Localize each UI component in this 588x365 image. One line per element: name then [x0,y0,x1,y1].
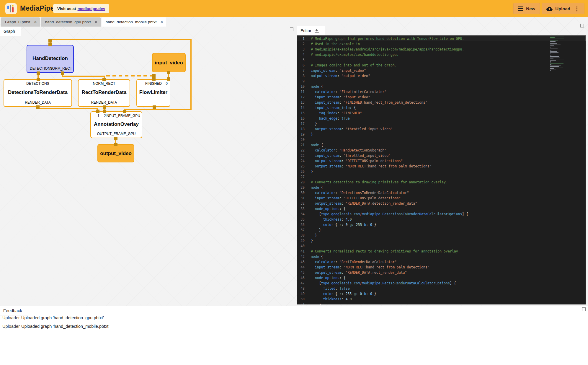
code-line[interactable]: 49 color { r: 255 g: 0 b: 0 } [297,291,586,296]
code-line[interactable]: 31 input_stream: "DETECTIONS:palm_detect… [297,195,586,201]
close-icon[interactable]: ✕ [94,20,98,24]
port-label: 1 [97,114,99,118]
code-line[interactable]: 38 } [297,233,586,238]
code-line[interactable]: 14 input_stream_info: { [297,105,586,110]
graph-node-input-video[interactable]: input_video [152,53,186,72]
popout-graph-icon[interactable] [290,27,293,31]
code-line[interactable]: 33 node_options: { [297,206,586,211]
tab-hand-detection-mobile-pbtxt[interactable]: hand_detection_mobile.pbtxt ✕ [102,17,166,27]
code-line[interactable]: 50 thickness: 4.0 [297,296,586,302]
graph-node-annotationoverlay[interactable]: 1 2 INPUT_FRAME_GPU AnnotationOverlay OU… [90,111,142,138]
line-number: 21 [297,142,311,148]
code-line[interactable]: 42node { [297,254,586,259]
code-line[interactable]: 19} [297,132,586,137]
code-line[interactable]: 29node { [297,185,586,190]
code-line[interactable]: 36 color { r: 0 g: 255 b: 0 } [297,222,586,227]
code-line[interactable]: 32 output_stream: "RENDER_DATA:detection… [297,201,586,206]
graph-node-handdetection[interactable]: HandDetection DETECTIONS NORM_RECT [27,45,74,73]
port-label: INPUT_FRAME_GPU [106,114,140,118]
graph-node-detectionstorenderdata[interactable]: DETECTIONS DetectionsToRenderData RENDER… [4,79,72,107]
new-button-label: New [526,6,535,11]
line-number: 11 [297,89,311,94]
code-line[interactable]: 30 calculator: "DetectionsToRenderDataCa… [297,190,586,195]
code-line[interactable]: 21node { [297,142,586,148]
code-line[interactable]: 20 [297,137,586,142]
minimap-line [550,66,561,66]
code-line[interactable]: 44 input_stream: "NORM_RECT:hand_rect_fr… [297,265,586,270]
code-line[interactable]: 23 input_stream: "throttled_input_video" [297,153,586,158]
minimap-line [550,66,559,66]
code-line[interactable]: 45 output_stream: "RENDER_DATA:rect_rend… [297,270,586,275]
edge-connector [48,39,52,43]
more-options-icon[interactable]: ⋮ [574,5,580,12]
code-line[interactable]: 9 [297,79,586,84]
app-header: MediaPipe Visit us at mediapipe.dev New … [0,0,588,17]
code-line[interactable]: 37 } [297,227,586,233]
code-line[interactable]: 28# Converts detections to drawing primi… [297,180,586,185]
minimap-line [550,58,560,58]
minimap-line [550,53,561,53]
edge-connector [61,71,64,75]
code-line[interactable]: 7input_stream: "input_video" [297,68,586,73]
mediapipe-dev-link[interactable]: mediapipe.dev [78,6,105,11]
upload-button[interactable]: Upload ⋮ [542,3,584,14]
line-number: 24 [297,158,311,164]
close-icon[interactable]: ✕ [160,20,163,24]
minimap-line [550,48,551,48]
code-line[interactable]: 48 filled: false [297,286,586,291]
code-line[interactable]: 25 output_stream: "NORM_RECT:hand_rect_f… [297,164,586,169]
code-line[interactable]: 11 calculator: "FlowLimiterCalculator" [297,89,586,94]
code-line[interactable]: 43 calculator: "RectToRenderDataCalculat… [297,259,586,265]
code-line[interactable]: 46 node_options: { [297,275,586,281]
minimap-line [550,40,558,40]
tab-hand-detection-gpu-pbtxt[interactable]: hand_detection_gpu.pbtxt ✕ [41,17,100,27]
code-editor[interactable]: 1# MediaPipe graph that performs hand de… [297,35,586,304]
code-line[interactable]: 40 [297,243,586,249]
graph-node-output-video[interactable]: output_video [97,144,134,162]
code-line[interactable]: 34 [type.googleapis.com/mediapipe.Detect… [297,211,586,217]
new-button[interactable]: New [513,3,540,14]
code-line[interactable]: 17 } [297,121,586,126]
minimap-line [550,43,557,44]
download-icon[interactable] [314,28,319,33]
minimap-line [550,43,551,43]
code-line[interactable]: 24 output_stream: "DETECTIONS:palm_detec… [297,158,586,164]
feedback-source: Uploader [2,315,20,320]
feedback-panel-tab[interactable]: Feedback [0,306,28,315]
graph-node-flowlimiter[interactable]: FINISHED 0 FlowLimiter [136,79,170,107]
minimap-line [550,70,551,71]
code-line[interactable]: 51 } [297,302,586,304]
code-line[interactable]: 27 [297,174,586,180]
code-line[interactable]: 3# mediapipie/examples/android/src/java/… [297,47,586,52]
minimap-line [550,60,554,60]
minimap-line [550,62,551,63]
code-line[interactable]: 47 [type.googleapis.com/mediapipe.RectTo… [297,281,586,286]
code-line[interactable]: 18 output_stream: "throttled_input_video… [297,126,586,132]
code-line[interactable]: 6# Images coming into and out of the gra… [297,63,586,68]
graph-panel-tab[interactable]: Graph [0,27,21,36]
code-line[interactable]: 13 input_stream: "FINISHED:hand_rect_fro… [297,100,586,105]
code-line[interactable]: 10node { [297,84,586,89]
code-line[interactable]: 39} [297,238,586,243]
graph-node-recttorenderdata[interactable]: NORM_RECT RectToRenderData RENDER_DATA [78,79,130,107]
code-line[interactable]: 22 calculator: "HandDetectionSubgraph" [297,148,586,153]
code-line[interactable]: 26} [297,169,586,174]
code-line[interactable]: 5 [297,57,586,63]
code-line[interactable]: 12 input_stream: "input_video" [297,94,586,100]
popout-feedback-icon[interactable] [582,307,586,311]
code-line[interactable]: 35 thickness: 4.0 [297,217,586,222]
code-line[interactable]: 1# MediaPipe graph that performs hand de… [297,36,586,41]
close-icon[interactable]: ✕ [34,20,37,24]
code-line[interactable]: 4# mediapipie/examples/ios/handdetection… [297,52,586,57]
code-line[interactable]: 15 tag_index: "FINISHED" [297,110,586,116]
code-line[interactable]: 2# Used in the example in [297,41,586,47]
code-line[interactable]: 16 back_edge: true [297,116,586,121]
editor-panel-tab[interactable]: Editor [297,26,325,35]
code-line[interactable]: 41# Converts normalized rects to drawing… [297,249,586,254]
editor-minimap[interactable] [550,37,567,71]
popout-editor-icon[interactable] [580,24,584,27]
graph-edge [190,39,192,110]
code-line[interactable]: 8output_stream: "output_video" [297,73,586,79]
tab-graph-0-pbtxt[interactable]: Graph_0.pbtxt ✕ [1,17,40,27]
line-number: 8 [297,73,311,79]
